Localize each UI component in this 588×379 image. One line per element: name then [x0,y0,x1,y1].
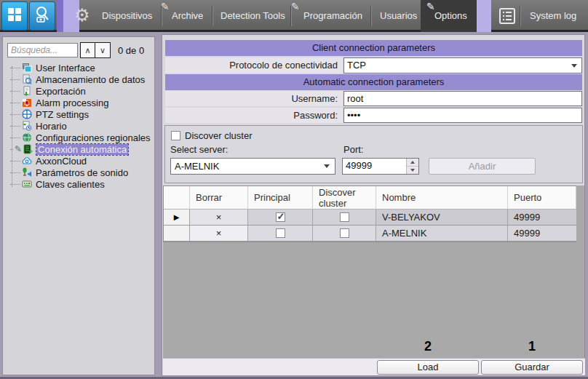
search-prev-button[interactable]: ∧ [80,42,95,58]
server-list-groupbox: Discover cluster Select server: Port: A-… [164,125,583,183]
export-icon [22,86,32,96]
spin-up-button[interactable] [407,159,418,166]
grid-icon [7,7,23,25]
dropdown-arrow-icon [324,164,330,168]
delete-row-cell[interactable]: × [190,226,248,242]
sidebar-item-user-interface[interactable]: User Interface [3,62,154,73]
alarm-icon [22,97,32,108]
sidebar-item-configuraciones-regionales[interactable]: Configuraciones regionales [3,132,154,143]
ptz-icon [22,109,32,119]
dropdown-arrow-icon [571,64,577,68]
menu-options-active-tab[interactable]: ✎ Options [421,0,477,32]
port-value: 49999 [343,159,406,174]
server-port-cell: 49999 [508,226,576,242]
sidebar-item-conexion-automatica[interactable]: ✎ Conexión automática [3,143,154,155]
sound-icon [22,167,32,177]
select-server-label: Select server: [170,144,228,155]
table-row[interactable]: ▶ × V-BELYAKOV 49999 [164,210,576,226]
menu-separator [370,6,371,26]
pencil-icon: ✎ [15,144,22,154]
menu-programacion[interactable]: Programación [303,10,362,21]
system-log-icon[interactable] [499,8,515,27]
protocol-select[interactable]: TCP [343,57,582,73]
principal-checkbox[interactable] [276,228,285,238]
menu-usuarios[interactable]: Usuarios [380,10,417,21]
layout-grid-button[interactable] [1,1,28,31]
sidebar-item-claves-calientes[interactable]: Claves calientes [3,178,154,190]
automatic-connection-header: Automatic connection parameters [165,74,582,90]
user-interface-icon [22,63,32,73]
footer-bar: Load Guardar [163,358,585,375]
connection-settings-panel: Client connection parameters Protocolo d… [162,34,585,376]
camera-search-button[interactable] [29,1,55,31]
auto-connection-icon [23,144,33,154]
protocol-label: Protocolo de conectividad [165,57,343,73]
principal-checkbox[interactable] [276,212,285,222]
globe-icon [22,132,32,143]
accent-stripe [57,0,63,32]
cloud-icon [22,156,32,166]
add-server-button[interactable]: Añadir [429,158,536,175]
settings-tree: User Interface Almacenamiento de datos E… [3,62,154,190]
column-puerto: Puerto [508,186,576,210]
server-table: Borrar Principal Discover cluster Nombre… [163,185,576,242]
sidebar-item-alarm-processing[interactable]: Alarm processing [3,97,154,108]
server-select[interactable]: A-MELNIK [170,158,335,175]
table-row[interactable]: × A-MELNIK 49999 [164,226,576,242]
save-annotation-number: 1 [528,339,536,354]
menu-dispositivos[interactable]: Dispositivos [102,10,152,21]
accent-stripe [477,0,491,32]
menu-options: Options [434,10,467,21]
server-name-cell: A-MELNIK [376,226,508,242]
search-input[interactable] [7,43,78,57]
search-camera-icon [33,5,51,27]
server-name-cell: V-BELYAKOV [376,210,508,226]
discover-checkbox[interactable] [340,228,349,238]
sidebar-item-exportacion[interactable]: Exportación [3,85,154,97]
gear-icon[interactable]: ⚙ [74,5,90,25]
sidebar-item-almacenamiento[interactable]: Almacenamiento de datos [3,73,154,85]
pencil-icon: ✎ [291,1,300,12]
save-button[interactable]: Guardar [481,360,583,375]
menu-separator [520,6,520,26]
search-result-count: 0 de 0 [118,45,144,56]
spin-down-button[interactable] [407,166,418,174]
load-annotation-number: 2 [424,339,432,354]
password-label: Password: [165,108,343,123]
top-toolbar: ⚙ Dispositivos ✎ Archive Detection Tools… [0,0,588,32]
sidebar-item-horario[interactable]: Horario [3,120,154,132]
pencil-icon: ✎ [161,1,170,12]
port-spinner[interactable]: 49999 [342,158,419,175]
settings-sidebar: ∧ ∨ 0 de 0 User Interface Almacenamiento… [2,36,155,375]
sidebar-item-axxoncloud[interactable]: AxxonCloud [3,155,154,167]
password-field[interactable] [343,108,582,123]
delete-row-cell[interactable]: × [190,210,248,226]
hotkeys-icon [22,179,32,189]
column-principal: Principal [248,186,313,210]
menu-system-log[interactable]: System log [530,10,576,21]
table-header-row: Borrar Principal Discover cluster Nombre… [164,186,576,210]
menu-detection-tools[interactable]: Detection Tools [220,10,285,21]
application-window: ⚙ Dispositivos ✎ Archive Detection Tools… [0,0,588,379]
discover-cluster-checkbox[interactable] [171,131,180,140]
column-nombre: Nombre [376,186,508,210]
sidebar-item-parametros-de-sonido[interactable]: Parámetros de sonido [3,167,154,178]
sidebar-item-ptz-settings[interactable]: PTZ settings [3,108,154,120]
server-port-cell: 49999 [508,210,576,226]
search-next-button[interactable]: ∨ [95,42,111,58]
row-selector-icon: ▶ [164,210,190,226]
discover-cluster-label: Discover cluster [185,130,252,141]
schedule-icon [22,121,32,131]
arrow-up-icon [410,161,415,164]
port-label: Port: [343,144,363,155]
discover-checkbox[interactable] [340,212,349,222]
pencil-icon: ✎ [426,1,435,12]
client-connection-header: Client connection parameters [165,40,582,56]
username-field[interactable] [343,91,582,106]
arrow-down-icon [410,169,415,172]
username-label: Username: [165,91,343,106]
menu-archive[interactable]: Archive [172,10,203,21]
column-borrar: Borrar [190,186,248,210]
server-table-area: Borrar Principal Discover cluster Nombre… [163,185,584,358]
load-button[interactable]: Load [377,360,479,375]
